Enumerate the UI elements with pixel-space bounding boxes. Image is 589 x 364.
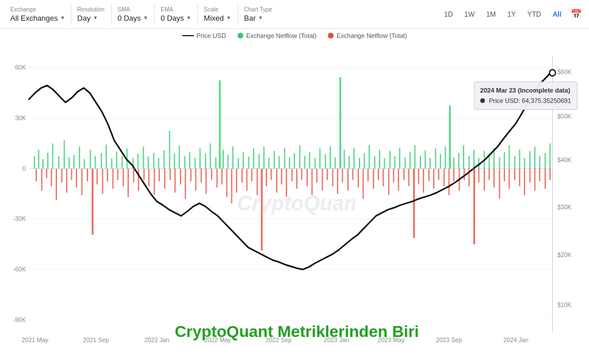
svg-rect-110 — [445, 147, 446, 168]
svg-rect-76 — [274, 151, 275, 169]
svg-rect-45 — [116, 152, 117, 169]
svg-rect-97 — [379, 150, 380, 168]
svg-rect-153 — [143, 168, 144, 180]
svg-rect-228 — [524, 168, 525, 195]
legend-netflow-green: Exchange Netflow (Total) — [238, 32, 316, 39]
svg-rect-36 — [68, 157, 70, 168]
svg-rect-100 — [394, 156, 395, 168]
resolution-dropdown[interactable]: Day ▼ — [77, 14, 105, 22]
time-btn-1m[interactable]: 1M — [481, 8, 500, 21]
svg-rect-98 — [384, 158, 385, 169]
svg-text:-90K: -90K — [13, 316, 26, 323]
svg-rect-127 — [529, 151, 530, 169]
svg-rect-172 — [242, 168, 243, 182]
svg-rect-131 — [549, 143, 550, 168]
svg-rect-164 — [201, 168, 202, 182]
time-btn-1d[interactable]: 1D — [439, 8, 457, 21]
svg-rect-35 — [64, 140, 65, 168]
svg-rect-194 — [352, 168, 353, 180]
svg-rect-227 — [519, 168, 520, 186]
svg-rect-165 — [205, 168, 206, 194]
svg-rect-108 — [435, 148, 436, 168]
svg-rect-229 — [529, 168, 530, 182]
calendar-icon[interactable]: 📅 — [568, 6, 584, 22]
svg-rect-115 — [468, 156, 469, 168]
svg-rect-208 — [423, 168, 424, 193]
legend-price-line — [182, 35, 194, 36]
svg-rect-78 — [284, 148, 285, 168]
svg-rect-58 — [184, 156, 185, 168]
svg-rect-232 — [545, 168, 546, 189]
svg-rect-178 — [270, 168, 271, 180]
svg-rect-168 — [221, 168, 223, 184]
svg-rect-130 — [545, 153, 546, 168]
svg-rect-176 — [261, 168, 263, 250]
svg-rect-197 — [368, 168, 369, 181]
svg-rect-149 — [123, 168, 124, 186]
svg-rect-71 — [248, 156, 249, 168]
svg-rect-64 — [215, 157, 216, 168]
ema-dropdown[interactable]: 0 Days ▼ — [160, 14, 192, 22]
svg-rect-200 — [383, 168, 384, 186]
svg-rect-109 — [440, 154, 441, 168]
svg-rect-142 — [87, 168, 88, 181]
sma-dropdown[interactable]: 0 Days ▼ — [117, 14, 148, 22]
svg-rect-181 — [286, 168, 287, 197]
svg-rect-187 — [316, 168, 318, 182]
time-btn-1w[interactable]: 1W — [460, 8, 479, 21]
svg-rect-34 — [58, 156, 59, 168]
svg-rect-222 — [494, 168, 495, 187]
svg-rect-182 — [291, 168, 292, 181]
svg-rect-90 — [343, 150, 345, 168]
svg-rect-106 — [424, 150, 426, 168]
svg-rect-186 — [311, 168, 312, 195]
svg-rect-116 — [473, 150, 475, 168]
svg-rect-152 — [138, 168, 139, 190]
svg-text:2023 Sep: 2023 Sep — [436, 336, 462, 343]
svg-rect-160 — [180, 168, 181, 184]
scale-dropdown[interactable]: Mixed ▼ — [204, 14, 232, 22]
svg-rect-89 — [339, 77, 341, 168]
chart-type-dropdown[interactable]: Bar ▼ — [244, 14, 276, 22]
svg-rect-141 — [81, 168, 82, 195]
chevron-down-icon: ▼ — [258, 15, 263, 21]
exchange-dropdown[interactable]: All Exchanges ▼ — [10, 14, 65, 22]
svg-rect-65 — [219, 81, 221, 168]
svg-rect-212 — [443, 168, 445, 186]
time-btn-1y[interactable]: 1Y — [503, 8, 521, 21]
svg-rect-140 — [76, 168, 77, 187]
svg-rect-87 — [330, 147, 331, 168]
svg-rect-80 — [294, 153, 295, 168]
svg-rect-170 — [231, 168, 232, 203]
svg-rect-156 — [159, 168, 160, 181]
svg-rect-207 — [418, 168, 419, 184]
svg-rect-218 — [473, 168, 475, 244]
svg-rect-73 — [258, 154, 259, 168]
svg-rect-202 — [393, 168, 394, 182]
svg-rect-49 — [137, 154, 139, 168]
svg-rect-54 — [163, 150, 165, 168]
svg-rect-137 — [61, 168, 62, 182]
svg-rect-167 — [216, 168, 217, 187]
svg-rect-42 — [101, 153, 102, 168]
svg-rect-94 — [364, 153, 365, 168]
svg-rect-95 — [369, 145, 370, 169]
svg-rect-162 — [190, 168, 192, 181]
svg-rect-209 — [429, 168, 430, 181]
svg-rect-220 — [484, 168, 485, 190]
svg-rect-104 — [414, 145, 415, 169]
svg-text:-60K: -60K — [13, 266, 26, 273]
svg-rect-75 — [268, 158, 269, 169]
svg-rect-166 — [211, 168, 212, 180]
time-btn-all[interactable]: All — [548, 8, 566, 21]
svg-rect-86 — [325, 154, 326, 168]
svg-rect-206 — [413, 168, 415, 238]
time-btn-ytd[interactable]: YTD — [523, 8, 546, 21]
svg-rect-171 — [236, 168, 237, 193]
time-buttons-group: 1D 1W 1M 1Y YTD All 📅 — [439, 6, 584, 22]
svg-rect-174 — [251, 168, 253, 181]
chevron-down-icon: ▼ — [226, 15, 231, 21]
svg-rect-233 — [549, 168, 550, 180]
svg-rect-155 — [154, 168, 155, 195]
tooltip-price-dot — [480, 98, 485, 103]
